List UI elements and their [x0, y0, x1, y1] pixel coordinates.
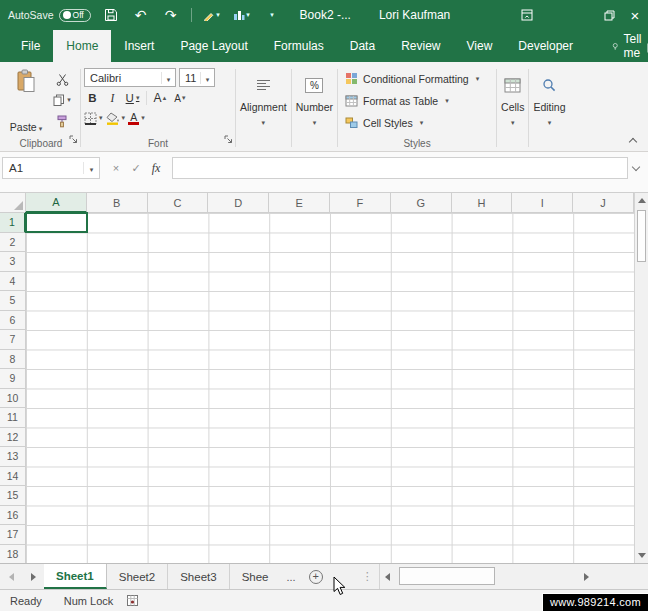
column-header-B[interactable]: B	[87, 193, 148, 213]
font-family-dropdown-icon[interactable]	[161, 72, 175, 84]
sheet-tab-sheet2[interactable]: Sheet2	[107, 564, 168, 589]
sheet-nav-next-button[interactable]	[22, 564, 44, 589]
horizontal-scrollbar-track[interactable]	[396, 564, 579, 589]
ribbon-group-cells[interactable]: Cells	[497, 65, 528, 151]
copy-button[interactable]	[53, 91, 71, 109]
cancel-button[interactable]: ×	[106, 162, 126, 174]
tab-scrollbar-splitter[interactable]: ⋮	[362, 564, 373, 589]
bold-button[interactable]: B	[84, 89, 101, 107]
font-size-dropdown-icon[interactable]	[200, 72, 214, 84]
close-button[interactable]: ×	[622, 0, 648, 30]
font-family-combo[interactable]: Calibri	[84, 68, 176, 87]
row-header-11[interactable]: 11	[0, 408, 26, 428]
row-header-10[interactable]: 10	[0, 389, 26, 409]
tab-review[interactable]: Review	[388, 30, 453, 62]
column-header-E[interactable]: E	[269, 193, 330, 213]
column-header-A[interactable]: A	[26, 193, 87, 213]
vertical-scrollbar-thumb[interactable]	[637, 210, 646, 262]
ribbon-group-alignment[interactable]: Alignment	[236, 65, 291, 151]
sheet-tab-sheet4-truncated[interactable]: Shee	[230, 564, 281, 589]
row-header-12[interactable]: 12	[0, 428, 26, 448]
increase-font-button[interactable]: A▲	[152, 89, 169, 107]
row-header-2[interactable]: 2	[0, 233, 26, 253]
quick-access-pen-button[interactable]	[202, 4, 222, 26]
font-size-combo[interactable]: 11	[179, 68, 215, 87]
horizontal-scrollbar[interactable]	[379, 564, 595, 589]
restore-button[interactable]	[596, 0, 622, 30]
tell-me-box[interactable]: Tell me	[612, 30, 646, 62]
ribbon-group-number[interactable]: % Number	[292, 65, 337, 151]
macro-record-button[interactable]	[127, 595, 138, 606]
row-header-5[interactable]: 5	[0, 291, 26, 311]
formula-input[interactable]	[172, 157, 628, 179]
decrease-font-button[interactable]: A▼	[172, 89, 189, 107]
tab-data[interactable]: Data	[337, 30, 388, 62]
clipboard-dialog-launcher[interactable]	[69, 130, 78, 148]
collapse-ribbon-button[interactable]	[628, 137, 638, 145]
format-painter-button[interactable]	[56, 112, 68, 130]
format-as-table-button[interactable]: Format as Table	[341, 90, 493, 111]
tab-developer[interactable]: Developer	[505, 30, 586, 62]
enter-button[interactable]: ✓	[126, 162, 146, 175]
expand-formula-bar-button[interactable]	[628, 157, 644, 179]
tab-formulas[interactable]: Formulas	[261, 30, 337, 62]
tab-page-layout[interactable]: Page Layout	[167, 30, 260, 62]
vertical-scrollbar[interactable]	[634, 192, 648, 563]
borders-button[interactable]	[84, 109, 103, 127]
font-color-button[interactable]: A	[128, 109, 145, 127]
column-header-C[interactable]: C	[148, 193, 209, 213]
tab-file[interactable]: File	[8, 30, 53, 62]
row-header-17[interactable]: 17	[0, 525, 26, 545]
font-dialog-launcher[interactable]	[224, 130, 233, 148]
row-header-7[interactable]: 7	[0, 330, 26, 350]
ribbon-group-editing[interactable]: Editing	[529, 65, 569, 151]
sheet-nav-prev-button[interactable]	[0, 564, 22, 589]
row-header-18[interactable]: 18	[0, 545, 26, 565]
user-name[interactable]: Lori Kaufman	[379, 8, 450, 22]
column-header-G[interactable]: G	[391, 193, 452, 213]
scroll-up-button[interactable]	[635, 193, 648, 208]
column-header-D[interactable]: D	[208, 193, 269, 213]
row-header-15[interactable]: 15	[0, 486, 26, 506]
row-header-9[interactable]: 9	[0, 369, 26, 389]
column-header-H[interactable]: H	[452, 193, 513, 213]
italic-button[interactable]: I	[104, 89, 121, 107]
horizontal-scrollbar-thumb[interactable]	[399, 567, 495, 585]
tab-insert[interactable]: Insert	[111, 30, 167, 62]
undo-button[interactable]: ↶	[131, 4, 151, 26]
ribbon-display-options-button[interactable]	[514, 0, 540, 30]
row-header-13[interactable]: 13	[0, 447, 26, 467]
row-header-4[interactable]: 4	[0, 272, 26, 292]
name-box[interactable]: A1	[2, 157, 100, 179]
fill-color-button[interactable]	[106, 109, 126, 127]
sheet-tab-sheet3[interactable]: Sheet3	[168, 564, 229, 589]
row-header-16[interactable]: 16	[0, 506, 26, 526]
tab-view[interactable]: View	[454, 30, 506, 62]
tab-home[interactable]: Home	[53, 30, 111, 62]
paste-button[interactable]: Paste	[5, 66, 47, 135]
redo-button[interactable]: ↷	[161, 4, 181, 26]
sheet-tab-sheet1[interactable]: Sheet1	[44, 564, 107, 589]
new-sheet-button[interactable]: +	[306, 564, 326, 589]
column-header-I[interactable]: I	[512, 193, 573, 213]
scroll-right-button[interactable]	[579, 564, 595, 589]
quick-access-customize-button[interactable]	[262, 4, 282, 26]
row-header-14[interactable]: 14	[0, 467, 26, 487]
column-header-F[interactable]: F	[330, 193, 391, 213]
autosave-pill[interactable]: Off	[59, 9, 91, 22]
quick-access-chart-button[interactable]	[232, 4, 252, 26]
row-header-3[interactable]: 3	[0, 252, 26, 272]
insert-function-button[interactable]: fx	[146, 161, 166, 176]
grid-cells[interactable]	[26, 213, 634, 564]
save-button[interactable]	[101, 4, 121, 26]
name-box-dropdown-icon[interactable]	[83, 162, 99, 174]
scroll-down-button[interactable]	[635, 548, 648, 563]
conditional-formatting-button[interactable]: Conditional Formatting	[341, 68, 493, 89]
scroll-left-button[interactable]	[380, 564, 396, 589]
row-header-1[interactable]: 1	[0, 213, 26, 233]
underline-button[interactable]: U	[124, 89, 141, 107]
cell-styles-button[interactable]: Cell Styles	[341, 112, 493, 133]
column-header-J[interactable]: J	[573, 193, 634, 213]
autosave-toggle[interactable]: AutoSave Off	[8, 9, 91, 22]
cut-button[interactable]	[56, 70, 69, 88]
